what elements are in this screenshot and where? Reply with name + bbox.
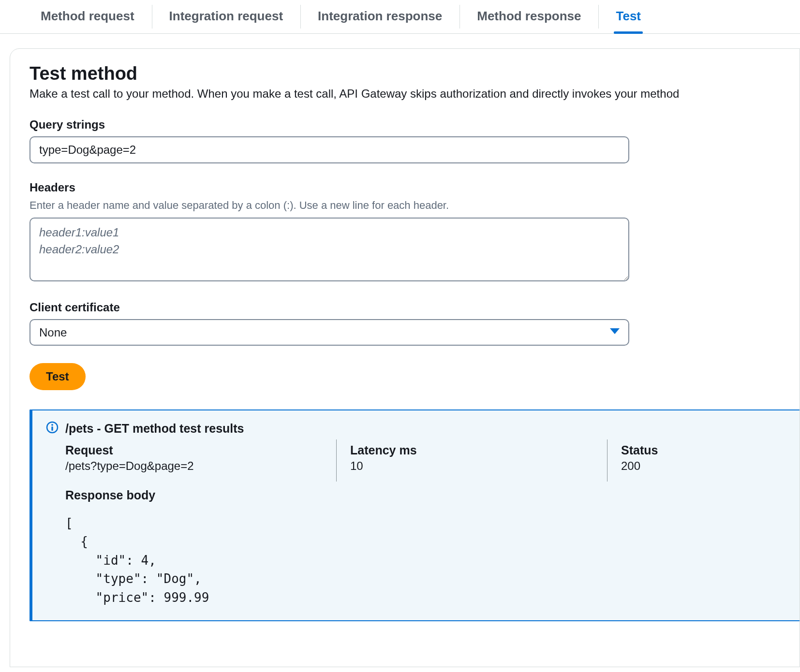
tab-label: Method response — [477, 9, 581, 23]
response-body-label: Response body — [65, 488, 800, 502]
metric-value: 10 — [350, 459, 593, 473]
info-icon — [46, 421, 59, 436]
test-button[interactable]: Test — [30, 363, 86, 390]
test-method-panel: Test method Make a test call to your met… — [10, 48, 800, 667]
metric-label: Status — [621, 443, 658, 457]
tab-label: Test — [616, 9, 641, 23]
results-metrics: Request /pets?type=Dog&page=2 Latency ms… — [46, 439, 800, 482]
client-certificate-select[interactable]: None — [30, 319, 629, 346]
tab-label: Integration response — [318, 9, 442, 23]
tab-method-request[interactable]: Method request — [23, 0, 152, 33]
response-body-block: Response body [ { "id": 4, "type": "Dog"… — [46, 488, 800, 607]
field-client-certificate: Client certificate None — [30, 301, 800, 346]
metric-value: /pets?type=Dog&page=2 — [65, 459, 323, 473]
tab-integration-request[interactable]: Integration request — [152, 0, 300, 33]
tab-label: Integration request — [169, 9, 283, 23]
headers-label: Headers — [30, 181, 800, 194]
page-title: Test method — [30, 63, 800, 84]
page-subtitle: Make a test call to your method. When yo… — [30, 87, 800, 101]
client-certificate-label: Client certificate — [30, 301, 800, 314]
metric-status: Status 200 — [607, 439, 671, 482]
query-strings-label: Query strings — [30, 118, 800, 131]
headers-input[interactable] — [30, 218, 629, 281]
tab-label: Method request — [41, 9, 134, 23]
metric-label: Request — [65, 443, 323, 457]
field-query-strings: Query strings — [30, 118, 800, 163]
tab-integration-response[interactable]: Integration response — [300, 0, 459, 33]
query-strings-input[interactable] — [30, 136, 629, 163]
svg-rect-3 — [51, 426, 53, 431]
tab-test[interactable]: Test — [598, 0, 658, 33]
metric-latency: Latency ms 10 — [336, 439, 607, 482]
method-tabs: Method request Integration request Integ… — [0, 0, 800, 34]
field-headers: Headers Enter a header name and value se… — [30, 181, 800, 283]
tab-method-response[interactable]: Method response — [459, 0, 598, 33]
results-title: /pets - GET method test results — [65, 422, 244, 436]
response-body-code: [ { "id": 4, "type": "Dog", "price": 999… — [65, 514, 800, 607]
metric-value: 200 — [621, 459, 658, 473]
test-results-alert: /pets - GET method test results Request … — [30, 409, 800, 621]
metric-label: Latency ms — [350, 443, 593, 457]
metric-request: Request /pets?type=Dog&page=2 — [65, 439, 336, 482]
svg-point-2 — [51, 424, 53, 426]
headers-help: Enter a header name and value separated … — [30, 199, 800, 212]
